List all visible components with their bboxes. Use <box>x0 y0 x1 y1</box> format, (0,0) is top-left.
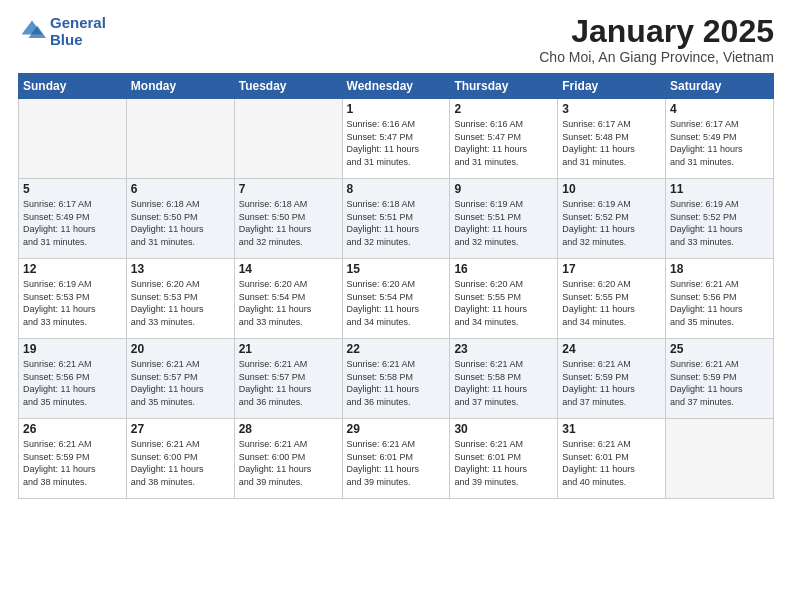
calendar-cell: 13Sunrise: 6:20 AM Sunset: 5:53 PM Dayli… <box>126 259 234 339</box>
day-info: Sunrise: 6:21 AM Sunset: 5:59 PM Dayligh… <box>562 358 661 408</box>
weekday-header: Thursday <box>450 74 558 99</box>
calendar-cell: 24Sunrise: 6:21 AM Sunset: 5:59 PM Dayli… <box>558 339 666 419</box>
day-number: 9 <box>454 182 553 196</box>
day-number: 22 <box>347 342 446 356</box>
day-info: Sunrise: 6:21 AM Sunset: 5:59 PM Dayligh… <box>23 438 122 488</box>
calendar-cell: 6Sunrise: 6:18 AM Sunset: 5:50 PM Daylig… <box>126 179 234 259</box>
day-info: Sunrise: 6:21 AM Sunset: 6:00 PM Dayligh… <box>239 438 338 488</box>
weekday-header: Friday <box>558 74 666 99</box>
calendar-cell: 14Sunrise: 6:20 AM Sunset: 5:54 PM Dayli… <box>234 259 342 339</box>
calendar-cell: 31Sunrise: 6:21 AM Sunset: 6:01 PM Dayli… <box>558 419 666 499</box>
weekday-header: Saturday <box>666 74 774 99</box>
day-info: Sunrise: 6:21 AM Sunset: 5:59 PM Dayligh… <box>670 358 769 408</box>
calendar-cell: 11Sunrise: 6:19 AM Sunset: 5:52 PM Dayli… <box>666 179 774 259</box>
day-number: 16 <box>454 262 553 276</box>
day-info: Sunrise: 6:21 AM Sunset: 6:01 PM Dayligh… <box>562 438 661 488</box>
calendar-cell: 3Sunrise: 6:17 AM Sunset: 5:48 PM Daylig… <box>558 99 666 179</box>
day-info: Sunrise: 6:17 AM Sunset: 5:49 PM Dayligh… <box>23 198 122 248</box>
day-info: Sunrise: 6:20 AM Sunset: 5:55 PM Dayligh… <box>562 278 661 328</box>
day-info: Sunrise: 6:21 AM Sunset: 6:01 PM Dayligh… <box>454 438 553 488</box>
day-info: Sunrise: 6:18 AM Sunset: 5:50 PM Dayligh… <box>131 198 230 248</box>
day-number: 30 <box>454 422 553 436</box>
calendar-cell: 26Sunrise: 6:21 AM Sunset: 5:59 PM Dayli… <box>19 419 127 499</box>
calendar-cell: 19Sunrise: 6:21 AM Sunset: 5:56 PM Dayli… <box>19 339 127 419</box>
calendar-week-row: 26Sunrise: 6:21 AM Sunset: 5:59 PM Dayli… <box>19 419 774 499</box>
day-info: Sunrise: 6:18 AM Sunset: 5:50 PM Dayligh… <box>239 198 338 248</box>
calendar-week-row: 12Sunrise: 6:19 AM Sunset: 5:53 PM Dayli… <box>19 259 774 339</box>
calendar-table: SundayMondayTuesdayWednesdayThursdayFrid… <box>18 73 774 499</box>
day-number: 10 <box>562 182 661 196</box>
day-info: Sunrise: 6:17 AM Sunset: 5:49 PM Dayligh… <box>670 118 769 168</box>
day-number: 29 <box>347 422 446 436</box>
weekday-header: Tuesday <box>234 74 342 99</box>
weekday-header: Sunday <box>19 74 127 99</box>
calendar-week-row: 1Sunrise: 6:16 AM Sunset: 5:47 PM Daylig… <box>19 99 774 179</box>
calendar-cell <box>126 99 234 179</box>
calendar-cell: 7Sunrise: 6:18 AM Sunset: 5:50 PM Daylig… <box>234 179 342 259</box>
calendar-cell: 29Sunrise: 6:21 AM Sunset: 6:01 PM Dayli… <box>342 419 450 499</box>
calendar-cell <box>19 99 127 179</box>
calendar-cell <box>234 99 342 179</box>
calendar-cell: 5Sunrise: 6:17 AM Sunset: 5:49 PM Daylig… <box>19 179 127 259</box>
calendar-cell: 1Sunrise: 6:16 AM Sunset: 5:47 PM Daylig… <box>342 99 450 179</box>
day-info: Sunrise: 6:19 AM Sunset: 5:51 PM Dayligh… <box>454 198 553 248</box>
calendar-cell <box>666 419 774 499</box>
day-info: Sunrise: 6:21 AM Sunset: 5:57 PM Dayligh… <box>131 358 230 408</box>
calendar-cell: 16Sunrise: 6:20 AM Sunset: 5:55 PM Dayli… <box>450 259 558 339</box>
logo: General Blue <box>18 14 106 49</box>
day-info: Sunrise: 6:17 AM Sunset: 5:48 PM Dayligh… <box>562 118 661 168</box>
day-number: 11 <box>670 182 769 196</box>
day-info: Sunrise: 6:19 AM Sunset: 5:53 PM Dayligh… <box>23 278 122 328</box>
day-info: Sunrise: 6:16 AM Sunset: 5:47 PM Dayligh… <box>454 118 553 168</box>
day-number: 19 <box>23 342 122 356</box>
day-info: Sunrise: 6:20 AM Sunset: 5:53 PM Dayligh… <box>131 278 230 328</box>
day-info: Sunrise: 6:21 AM Sunset: 5:58 PM Dayligh… <box>454 358 553 408</box>
calendar-cell: 22Sunrise: 6:21 AM Sunset: 5:58 PM Dayli… <box>342 339 450 419</box>
day-number: 13 <box>131 262 230 276</box>
day-info: Sunrise: 6:20 AM Sunset: 5:54 PM Dayligh… <box>347 278 446 328</box>
day-number: 18 <box>670 262 769 276</box>
day-info: Sunrise: 6:21 AM Sunset: 5:58 PM Dayligh… <box>347 358 446 408</box>
title-block: January 2025 Cho Moi, An Giang Province,… <box>539 14 774 65</box>
calendar-cell: 10Sunrise: 6:19 AM Sunset: 5:52 PM Dayli… <box>558 179 666 259</box>
calendar-cell: 23Sunrise: 6:21 AM Sunset: 5:58 PM Dayli… <box>450 339 558 419</box>
calendar-cell: 28Sunrise: 6:21 AM Sunset: 6:00 PM Dayli… <box>234 419 342 499</box>
day-info: Sunrise: 6:20 AM Sunset: 5:55 PM Dayligh… <box>454 278 553 328</box>
calendar-cell: 2Sunrise: 6:16 AM Sunset: 5:47 PM Daylig… <box>450 99 558 179</box>
day-number: 4 <box>670 102 769 116</box>
day-number: 20 <box>131 342 230 356</box>
day-info: Sunrise: 6:21 AM Sunset: 5:56 PM Dayligh… <box>23 358 122 408</box>
header: General Blue January 2025 Cho Moi, An Gi… <box>18 14 774 65</box>
day-info: Sunrise: 6:21 AM Sunset: 6:00 PM Dayligh… <box>131 438 230 488</box>
weekday-header: Wednesday <box>342 74 450 99</box>
calendar-cell: 12Sunrise: 6:19 AM Sunset: 5:53 PM Dayli… <box>19 259 127 339</box>
day-number: 27 <box>131 422 230 436</box>
calendar-cell: 8Sunrise: 6:18 AM Sunset: 5:51 PM Daylig… <box>342 179 450 259</box>
calendar-week-row: 5Sunrise: 6:17 AM Sunset: 5:49 PM Daylig… <box>19 179 774 259</box>
logo-text: General Blue <box>50 14 106 49</box>
day-number: 14 <box>239 262 338 276</box>
calendar-cell: 15Sunrise: 6:20 AM Sunset: 5:54 PM Dayli… <box>342 259 450 339</box>
day-number: 26 <box>23 422 122 436</box>
day-info: Sunrise: 6:19 AM Sunset: 5:52 PM Dayligh… <box>562 198 661 248</box>
day-number: 15 <box>347 262 446 276</box>
weekday-header: Monday <box>126 74 234 99</box>
day-number: 23 <box>454 342 553 356</box>
day-number: 6 <box>131 182 230 196</box>
day-number: 3 <box>562 102 661 116</box>
page: General Blue January 2025 Cho Moi, An Gi… <box>0 0 792 612</box>
day-number: 31 <box>562 422 661 436</box>
day-info: Sunrise: 6:21 AM Sunset: 5:56 PM Dayligh… <box>670 278 769 328</box>
calendar-cell: 30Sunrise: 6:21 AM Sunset: 6:01 PM Dayli… <box>450 419 558 499</box>
day-info: Sunrise: 6:21 AM Sunset: 6:01 PM Dayligh… <box>347 438 446 488</box>
calendar-cell: 9Sunrise: 6:19 AM Sunset: 5:51 PM Daylig… <box>450 179 558 259</box>
day-number: 12 <box>23 262 122 276</box>
day-number: 17 <box>562 262 661 276</box>
weekday-header-row: SundayMondayTuesdayWednesdayThursdayFrid… <box>19 74 774 99</box>
day-info: Sunrise: 6:19 AM Sunset: 5:52 PM Dayligh… <box>670 198 769 248</box>
calendar-week-row: 19Sunrise: 6:21 AM Sunset: 5:56 PM Dayli… <box>19 339 774 419</box>
location-subtitle: Cho Moi, An Giang Province, Vietnam <box>539 49 774 65</box>
calendar-cell: 17Sunrise: 6:20 AM Sunset: 5:55 PM Dayli… <box>558 259 666 339</box>
day-info: Sunrise: 6:20 AM Sunset: 5:54 PM Dayligh… <box>239 278 338 328</box>
calendar-cell: 18Sunrise: 6:21 AM Sunset: 5:56 PM Dayli… <box>666 259 774 339</box>
